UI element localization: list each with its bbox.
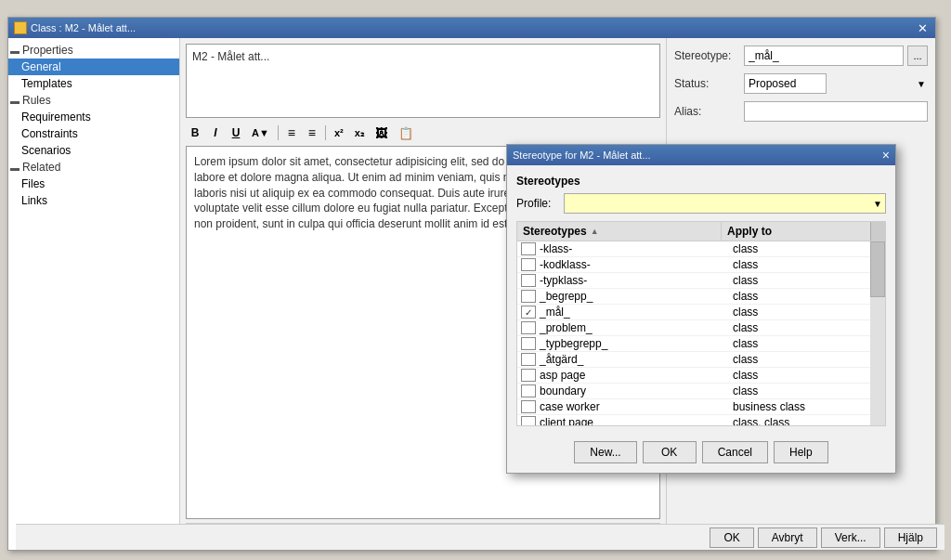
stereotype-row: Stereotype: ... <box>674 46 928 66</box>
sidebar-item-files-label: Files <box>21 177 45 190</box>
stereotype-apply-to: class <box>733 337 881 350</box>
image-button[interactable]: 🖼 <box>371 124 392 142</box>
stereotype-list-item[interactable]: -typklass-class <box>517 273 885 289</box>
stereotype-checkbox[interactable] <box>521 369 536 382</box>
stereotype-apply-to: class <box>733 353 881 366</box>
stereotype-apply-to: class <box>733 306 881 319</box>
sidebar-item-templates[interactable]: Templates <box>8 75 179 92</box>
sidebar-group-rules[interactable]: ▬ Rules <box>8 92 179 109</box>
stereotype-checkbox[interactable] <box>521 416 536 426</box>
profile-select-wrapper: ▼ <box>564 193 886 214</box>
stereotype-dialog[interactable]: Stereotype for M2 - Målet att... × Stere… <box>506 144 896 474</box>
stereotype-list-item[interactable]: _problem_class <box>517 320 885 336</box>
stereotype-list-item[interactable]: -klass-class <box>517 241 885 257</box>
dialog-buttons: New... OK Cancel Help <box>507 436 895 473</box>
stereotype-checkbox[interactable] <box>521 353 536 366</box>
sidebar-item-constraints-label: Constraints <box>21 127 78 140</box>
stereotype-input[interactable] <box>744 46 904 66</box>
help-button[interactable]: Hjälp <box>884 527 937 548</box>
dialog-ok-button[interactable]: OK <box>643 441 697 463</box>
numbered-list-button[interactable]: ≡ <box>303 124 321 142</box>
sidebar-item-requirements[interactable]: Requirements <box>8 109 179 125</box>
stereotype-label: Stereotype: <box>674 49 744 62</box>
stereotype-list-item[interactable]: asp pageclass <box>517 368 885 384</box>
sidebar-group-properties-label: Properties <box>22 44 73 57</box>
dialog-title: Stereotype for M2 - Målet att... <box>513 150 651 161</box>
stereotype-checkbox[interactable] <box>521 321 536 334</box>
dialog-cancel-button[interactable]: Cancel <box>702 441 768 463</box>
new-button[interactable]: New... <box>574 441 636 463</box>
status-select[interactable]: Proposed Approved Deprecated <box>744 73 827 94</box>
sidebar-item-general[interactable]: General <box>8 59 179 75</box>
superscript-button[interactable]: x² <box>330 125 348 140</box>
status-label: Status: <box>674 77 744 90</box>
toolbar-separator-2 <box>325 125 326 140</box>
stereotype-list-item[interactable]: ✓_mål_class <box>517 305 885 320</box>
bullet-list-button[interactable]: ≡ <box>282 124 301 142</box>
stereotype-list[interactable]: -klass-class-kodklass-class-typklass-cla… <box>516 241 886 426</box>
stereotype-checkbox[interactable] <box>521 242 536 255</box>
stereotype-browse-button[interactable]: ... <box>907 46 928 66</box>
stereotype-list-item[interactable]: client pageclass, class <box>517 415 885 426</box>
stereotype-list-item[interactable]: case workerbusiness class <box>517 399 885 415</box>
stereotype-apply-to: class <box>733 290 881 303</box>
scrollbar-thumb[interactable] <box>870 241 885 297</box>
profile-select[interactable] <box>564 193 886 214</box>
underline-button[interactable]: U <box>227 124 245 141</box>
stereotype-list-item[interactable]: _typbegrepp_class <box>517 336 885 352</box>
sidebar-group-properties[interactable]: ▬ Properties <box>8 42 179 59</box>
sidebar-group-rules-label: Rules <box>22 94 51 107</box>
stereotype-checkbox[interactable] <box>521 400 536 413</box>
sidebar-group-related[interactable]: ▬ Related <box>8 159 179 176</box>
sidebar-item-links-label: Links <box>21 194 47 207</box>
subscript-button[interactable]: x₂ <box>350 125 369 141</box>
bold-button[interactable]: B <box>186 124 204 141</box>
italic-button[interactable]: I <box>206 124 225 141</box>
stereotype-field: ... <box>744 46 928 66</box>
stereotype-name: case worker <box>540 400 733 413</box>
stereotype-name: _typbegrepp_ <box>540 337 733 350</box>
stereotype-list-item[interactable]: _begrepp_class <box>517 289 885 305</box>
clipboard-button[interactable]: 📋 <box>394 124 418 142</box>
stereotype-list-item[interactable]: boundaryclass <box>517 384 885 399</box>
status-dropdown-icon: ▼ <box>917 79 926 89</box>
apply-button[interactable]: Verk... <box>821 527 880 548</box>
sidebar-item-requirements-label: Requirements <box>21 111 91 124</box>
alias-input[interactable] <box>744 101 928 122</box>
sidebar-item-constraints[interactable]: Constraints <box>8 125 179 142</box>
scrollbar-track[interactable] <box>870 241 885 425</box>
stereotype-name: _begrepp_ <box>540 290 733 303</box>
stereotype-name: -typklass- <box>540 274 733 287</box>
stereotype-apply-to: business class <box>733 400 881 413</box>
stereotype-checkbox[interactable]: ✓ <box>521 306 536 319</box>
sidebar: ▬ Properties General Templates ▬ Rules R… <box>8 38 180 550</box>
dialog-help-button[interactable]: Help <box>774 441 828 463</box>
stereotype-checkbox[interactable] <box>521 258 536 271</box>
sidebar-item-links[interactable]: Links <box>8 192 179 209</box>
font-color-button[interactable]: A▼ <box>247 125 274 140</box>
stereotype-list-item[interactable]: _åtgärd_class <box>517 352 885 368</box>
ok-button[interactable]: OK <box>710 527 753 548</box>
dialog-close-icon[interactable]: × <box>882 148 890 163</box>
stereotype-name: -klass- <box>540 242 733 255</box>
sidebar-item-files[interactable]: Files <box>8 176 179 192</box>
sort-icon: ▲ <box>591 227 599 236</box>
dialog-content: Stereotypes Profile: ▼ Stereotypes ▲ App… <box>507 165 895 436</box>
stereotype-list-item[interactable]: -kodklass-class <box>517 257 885 273</box>
close-icon[interactable]: ✕ <box>916 21 930 35</box>
alias-row: Alias: <box>674 101 928 122</box>
stereotype-apply-to: class <box>733 321 881 334</box>
stereotype-checkbox[interactable] <box>521 290 536 303</box>
cancel-button[interactable]: Avbryt <box>758 527 817 548</box>
profile-label: Profile: <box>516 197 558 210</box>
stereotype-checkbox[interactable] <box>521 337 536 350</box>
titlebar-left: Class : M2 - Målet att... <box>14 21 136 34</box>
sidebar-item-scenarios[interactable]: Scenarios <box>8 142 179 159</box>
stereotype-checkbox[interactable] <box>521 274 536 287</box>
window-icon <box>14 21 27 34</box>
expand-icon-related: ▬ <box>10 163 20 173</box>
dialog-section-label: Stereotypes <box>516 175 886 188</box>
stereotype-apply-to: class <box>733 384 881 397</box>
stereotype-apply-to: class <box>733 242 881 255</box>
stereotype-checkbox[interactable] <box>521 384 536 397</box>
